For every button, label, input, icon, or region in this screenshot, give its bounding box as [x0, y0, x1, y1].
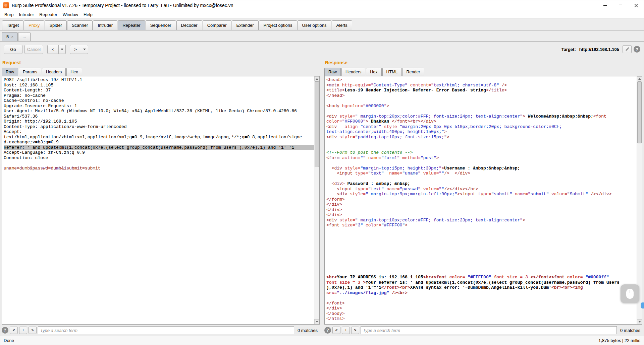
code-line: Host: 192.168.1.105: [4, 83, 314, 88]
request-tab-hex[interactable]: Hex: [66, 68, 82, 76]
close-tab-icon[interactable]: ×: [11, 34, 13, 39]
response-tab-bar: RawHeadersHexHTMLRender: [324, 68, 642, 76]
menu-burp[interactable]: Burp: [2, 11, 16, 18]
main-tab-user-options[interactable]: User options: [298, 20, 331, 30]
repeater-tab-item[interactable]: ...: [18, 32, 31, 41]
response-tab-raw[interactable]: Raw: [324, 68, 341, 76]
main-tab-extender[interactable]: Extender: [232, 20, 259, 30]
request-tab-bar: RawParamsHeadersHex: [2, 68, 320, 76]
response-search-input[interactable]: [361, 326, 617, 334]
arrow-down-icon: [638, 321, 641, 323]
response-search-next-match-button[interactable]: >: [351, 327, 359, 334]
main-tab-proxy[interactable]: Proxy: [24, 20, 44, 30]
main-tab-scanner[interactable]: Scanner: [67, 20, 93, 30]
request-tab-raw[interactable]: Raw: [2, 68, 18, 76]
response-search-prev-match-button[interactable]: <: [332, 327, 340, 334]
main-tab-alerts[interactable]: Alerts: [332, 20, 352, 30]
menu-bar: BurpIntruderRepeaterWindowHelp: [0, 10, 644, 19]
go-button[interactable]: Go: [4, 45, 22, 54]
code-line: <form action="" name="form1" method="pos…: [326, 155, 637, 161]
code-line: Content-Length: 37: [4, 88, 314, 93]
chevron-down-icon: [83, 49, 86, 50]
code-line: [326, 259, 637, 265]
request-editor[interactable]: POST /sqllib/Less-19/ HTTP/1.1Host: 192.…: [2, 76, 320, 325]
code-line: [326, 249, 637, 254]
code-line: </head>: [326, 93, 637, 98]
request-search-prev-match-button[interactable]: <: [10, 327, 18, 334]
code-line: <div align="center" style="margin:20px 0…: [326, 124, 637, 130]
menu-intruder[interactable]: Intruder: [16, 11, 37, 18]
panel-divider[interactable]: [320, 57, 324, 336]
minimize-button[interactable]: [597, 0, 613, 10]
response-tab-hex[interactable]: Hex: [366, 68, 381, 76]
scroll-down-button[interactable]: [314, 319, 319, 324]
main-tab-target[interactable]: Target: [2, 20, 23, 30]
code-line: font size = 3 >Your Referer is: ' and up…: [326, 280, 637, 285]
request-search-next-match-button[interactable]: >: [29, 327, 37, 334]
main-tab-spider[interactable]: Spider: [45, 20, 67, 30]
scrollbar-track[interactable]: [637, 81, 642, 319]
request-raw-text[interactable]: POST /sqllib/Less-19/ HTTP/1.1Host: 192.…: [2, 76, 314, 324]
code-line: [326, 160, 637, 166]
response-tab-headers[interactable]: Headers: [341, 68, 365, 76]
request-scrollbar[interactable]: [314, 76, 319, 324]
code-line: <head>: [326, 77, 637, 83]
code-line: Origin: http://192.168.1.105: [4, 119, 314, 124]
scrollbar-thumb[interactable]: [315, 81, 319, 167]
code-line: [4, 160, 314, 166]
code-line: [326, 140, 637, 145]
code-line: <div style=" margin-top:20px;color:#FFF;…: [326, 114, 637, 119]
main-tab-project-options[interactable]: Project options: [259, 20, 297, 30]
response-tab-html[interactable]: HTML: [382, 68, 402, 76]
response-editor[interactable]: <head><meta http-equiv="Content-Type" co…: [324, 76, 642, 325]
mouse-icon: [626, 289, 634, 299]
prev-request-dropdown-button[interactable]: [59, 45, 66, 54]
close-button[interactable]: [628, 0, 644, 10]
response-raw-text[interactable]: <head><meta http-equiv="Content-Type" co…: [325, 76, 637, 324]
response-search-options-button[interactable]: +: [342, 327, 350, 334]
main-tab-repeater[interactable]: Repeater: [118, 20, 145, 30]
arrow-down-icon: [316, 321, 318, 323]
code-line: Cache-Control: no-cache: [4, 98, 314, 104]
response-search-help-button[interactable]: ?: [324, 327, 331, 334]
code-line: text-align:center;width:400px; height:15…: [326, 129, 637, 135]
response-stats: 1,875 bytes | 22 millis: [598, 338, 640, 343]
menu-repeater[interactable]: Repeater: [37, 11, 60, 18]
code-line: Connection: close: [4, 155, 314, 161]
request-search-help-button[interactable]: ?: [2, 327, 8, 334]
code-line: [326, 238, 637, 244]
request-search-options-button[interactable]: +: [19, 327, 27, 334]
maximize-button[interactable]: [613, 0, 628, 10]
request-tab-headers[interactable]: Headers: [42, 68, 66, 76]
code-line: </font>: [326, 301, 637, 306]
code-line: [326, 109, 637, 114]
scroll-down-button[interactable]: [637, 319, 642, 324]
next-request-dropdown-button[interactable]: [81, 45, 88, 54]
main-tab-decoder[interactable]: Decoder: [176, 20, 202, 30]
main-tab-intruder[interactable]: Intruder: [93, 20, 117, 30]
code-line: [326, 233, 637, 238]
close-icon: [634, 4, 638, 7]
request-tab-params[interactable]: Params: [19, 68, 41, 76]
code-line: Pragma: no-cache: [4, 93, 314, 98]
cancel-button[interactable]: Cancel: [24, 45, 43, 54]
edit-target-button[interactable]: [623, 45, 632, 53]
next-request-button[interactable]: >: [70, 45, 81, 54]
menu-window[interactable]: Window: [60, 11, 81, 18]
prev-request-button[interactable]: <: [47, 45, 59, 54]
repeater-tab-5[interactable]: 5×: [2, 32, 18, 41]
scroll-up-button[interactable]: [314, 76, 319, 81]
menu-help[interactable]: Help: [81, 11, 95, 18]
help-button[interactable]: ?: [634, 46, 640, 53]
request-search-input[interactable]: [38, 326, 294, 334]
main-tab-sequencer[interactable]: Sequencer: [146, 20, 176, 30]
response-tab-render[interactable]: Render: [402, 68, 424, 76]
scroll-up-button[interactable]: [637, 76, 642, 81]
code-line: </div>: [326, 212, 637, 218]
main-tab-bar: TargetProxySpiderScannerIntruderRepeater…: [0, 19, 644, 30]
scrollbar-track[interactable]: [314, 81, 319, 319]
code-line: [326, 228, 637, 233]
scrollbar-thumb[interactable]: [637, 81, 642, 143]
code-line: <input type="text" name="uname" value=""…: [326, 171, 637, 176]
main-tab-comparer[interactable]: Comparer: [203, 20, 231, 30]
